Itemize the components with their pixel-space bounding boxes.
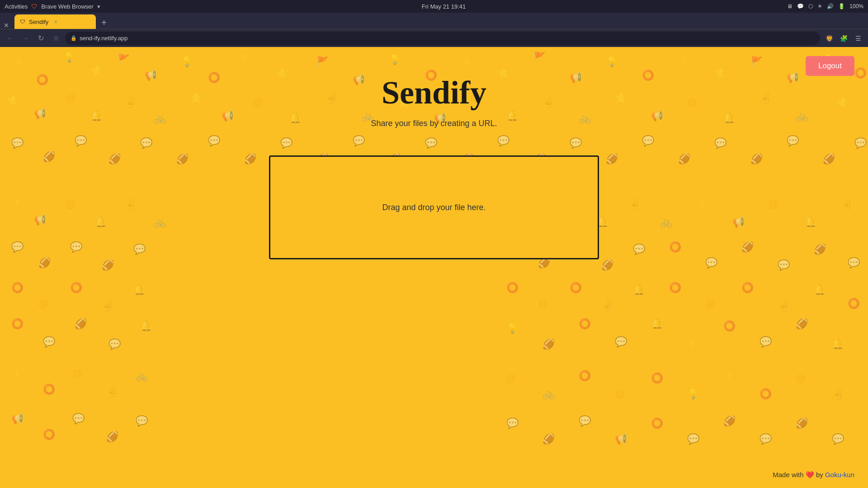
extensions-btn[interactable]: 🧩 bbox=[837, 32, 850, 45]
reload-icon: ↻ bbox=[38, 34, 44, 42]
volume-icon: 🔊 bbox=[827, 3, 834, 9]
titlebar-left: Activities 🛡 Brave Web Browser ▾ bbox=[5, 3, 100, 10]
display-icon: 🖥 bbox=[787, 3, 793, 9]
browser-navbar: ← → ↻ ☆ 🔒 send-ify.netlify.app 🦁 🧩 ☰ bbox=[0, 29, 868, 47]
logout-button[interactable]: Logout bbox=[806, 56, 854, 76]
footer-by: by bbox=[816, 471, 823, 479]
brave-shield-icon: 🛡 bbox=[31, 3, 38, 10]
window-controls: ✕ bbox=[4, 22, 11, 29]
zoom-level: 100% bbox=[849, 3, 863, 9]
active-tab[interactable]: 🛡 Sendify ✕ bbox=[14, 14, 96, 29]
browser-tabbar: ✕ 🛡 Sendify ✕ + bbox=[0, 13, 868, 29]
discord-icon: 💬 bbox=[797, 3, 804, 9]
address-bar[interactable]: 🔒 send-ify.netlify.app bbox=[65, 32, 820, 45]
footer: Made with ❤️ by Goku-kun bbox=[773, 471, 854, 479]
datetime-display: Fri May 21 19:41 bbox=[422, 3, 466, 10]
back-icon: ← bbox=[6, 34, 14, 42]
forward-btn[interactable]: → bbox=[19, 32, 32, 45]
footer-heart: ❤️ bbox=[806, 471, 814, 479]
forward-icon: → bbox=[22, 34, 29, 42]
browser-titlebar: Activities 🛡 Brave Web Browser ▾ Fri May… bbox=[0, 0, 868, 13]
titlebar-dropdown-icon[interactable]: ▾ bbox=[97, 3, 100, 10]
new-tab-btn[interactable]: + bbox=[98, 16, 110, 29]
address-text: send-ify.netlify.app bbox=[80, 35, 815, 42]
bluetooth-icon: ⬡ bbox=[808, 3, 813, 9]
tab-close-btn[interactable]: ✕ bbox=[52, 18, 59, 25]
lock-icon: 🔒 bbox=[71, 35, 77, 41]
app-subtitle: Share your files by creating a URL. bbox=[371, 119, 497, 128]
brave-shields-btn[interactable]: 🦁 bbox=[823, 32, 835, 45]
footer-author-link[interactable]: Goku-kun bbox=[825, 471, 854, 479]
tab-label: Sendify bbox=[29, 19, 48, 25]
tab-favicon: 🛡 bbox=[20, 19, 25, 25]
reload-btn[interactable]: ↻ bbox=[34, 32, 47, 45]
titlebar-center: Fri May 21 19:41 bbox=[109, 3, 778, 10]
footer-made-with: Made with bbox=[773, 471, 803, 479]
toolbar-right: 🦁 🧩 ☰ bbox=[823, 32, 864, 45]
bookmark-btn[interactable]: ☆ bbox=[50, 32, 62, 45]
drop-zone-text: Drag and drop your file here. bbox=[382, 203, 486, 212]
titlebar-right: 🖥 💬 ⬡ ☀ 🔊 🔋 100% bbox=[787, 3, 863, 9]
activities-label[interactable]: Activities bbox=[5, 3, 28, 10]
close-window-btn[interactable]: ✕ bbox=[4, 22, 9, 29]
browser-title: Brave Web Browser bbox=[41, 3, 93, 10]
back-btn[interactable]: ← bbox=[4, 32, 16, 45]
settings-btn[interactable]: ☰ bbox=[852, 32, 864, 45]
bookmark-icon: ☆ bbox=[53, 34, 59, 42]
file-drop-zone[interactable]: Drag and drop your file here. bbox=[269, 155, 599, 259]
battery-icon: 🔋 bbox=[838, 3, 845, 9]
main-content: Sendify Share your files by creating a U… bbox=[0, 47, 868, 259]
page-content: ⚡ ⭕ 💡 ⭐ 🚩 📢 💡 ⭕ ⚡ ⭐ 🚩 📢 💡 ⭕ ⚡ ⭐ 🚩 📢 💡 ⭕ … bbox=[0, 47, 868, 488]
brightness-icon: ☀ bbox=[817, 3, 822, 9]
app-title: Sendify bbox=[382, 74, 486, 112]
